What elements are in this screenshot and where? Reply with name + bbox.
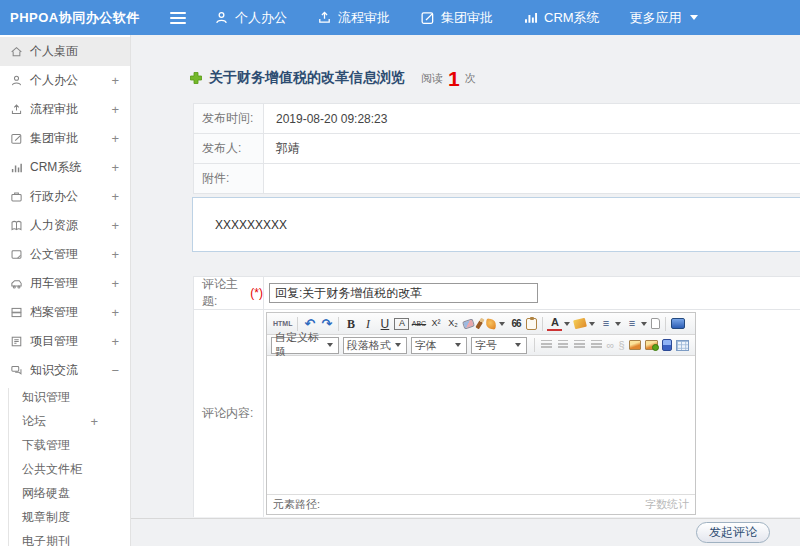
dropdown-caret-icon[interactable] xyxy=(641,322,647,326)
align-justify-icon[interactable] xyxy=(591,340,602,350)
unordered-list-icon[interactable]: ≡ xyxy=(624,316,639,332)
project-board-icon xyxy=(10,335,23,348)
align-left-icon[interactable] xyxy=(541,340,552,350)
subscript-button[interactable]: X₂ xyxy=(445,316,460,332)
attachment-label: 附件: xyxy=(194,164,264,193)
comment-subject-input[interactable] xyxy=(269,283,538,303)
collapse-icon[interactable]: − xyxy=(111,363,119,378)
sidebar-item-archive-mgmt[interactable]: 档案管理 + xyxy=(0,298,130,327)
expand-icon[interactable]: + xyxy=(111,189,119,204)
sidebar-subitem-rules-regulations[interactable]: 规章制度 xyxy=(0,505,130,529)
chat-bubbles-icon xyxy=(10,364,23,377)
underline-button[interactable]: U xyxy=(377,316,392,332)
sidebar-subitem-knowledge-mgmt[interactable]: 知识管理 xyxy=(0,385,130,409)
dropdown-caret-icon[interactable] xyxy=(589,322,595,326)
hamburger-menu-icon[interactable] xyxy=(170,12,186,24)
sidebar: 个人桌面 个人办公 + 流程审批 + 集团审批 + CRM系统 + 行政办公 + xyxy=(0,35,131,546)
sidebar-subitem-forum[interactable]: 论坛 + xyxy=(0,409,130,433)
comment-subject-row: 评论主题: (*) xyxy=(194,277,800,310)
comment-subject-label: 评论主题: (*) xyxy=(194,277,264,309)
insert-table-icon[interactable] xyxy=(676,340,689,351)
superscript-button[interactable]: X² xyxy=(428,316,443,332)
insert-snapshot-icon[interactable] xyxy=(645,340,658,350)
sidebar-item-personal-desktop[interactable]: 个人桌面 xyxy=(0,37,130,66)
element-path-label: 元素路径: xyxy=(273,497,320,512)
expand-icon[interactable]: + xyxy=(111,247,119,262)
sidebar-subitem-public-file-cabinet[interactable]: 公共文件柜 xyxy=(0,457,130,481)
sidebar-item-project-mgmt[interactable]: 项目管理 + xyxy=(0,327,130,356)
top-nav: 个人办公 流程审批 集团审批 CRM系统 更多应用 xyxy=(214,9,698,27)
nav-crm-system[interactable]: CRM系统 xyxy=(523,9,600,27)
phpoa-app: PHPOA协同办公软件 个人办公 流程审批 集团审批 CRM系统 更多应用 xyxy=(0,0,800,546)
sidebar-item-personal-office[interactable]: 个人办公 + xyxy=(0,66,130,95)
ordered-list-icon[interactable]: ≡ xyxy=(598,316,613,332)
align-right-icon[interactable] xyxy=(574,340,585,350)
sidebar-item-knowledge-exchange[interactable]: 知识交流 − xyxy=(0,356,130,385)
format-eraser-icon[interactable] xyxy=(462,318,475,329)
rich-text-editor: HTML ↶ ↷ B I U A ABC X² X₂ xyxy=(266,312,696,515)
sidebar-item-vehicle-mgmt[interactable]: 用车管理 + xyxy=(0,269,130,298)
highlight-color-icon[interactable] xyxy=(574,318,588,330)
sidebar-item-group-approval[interactable]: 集团审批 + xyxy=(0,124,130,153)
strikethrough-button[interactable]: ABC xyxy=(411,316,426,332)
expand-icon[interactable]: + xyxy=(111,102,119,117)
article-body-text: XXXXXXXXX xyxy=(215,218,287,232)
custom-title-select[interactable]: 自定义标题 xyxy=(271,337,339,354)
insert-link-icon[interactable]: ∞ xyxy=(607,339,615,351)
dropdown-caret-icon xyxy=(455,343,461,347)
insert-image-icon[interactable] xyxy=(629,340,642,350)
nav-personal-office[interactable]: 个人办公 xyxy=(214,9,287,27)
expand-icon[interactable]: + xyxy=(90,414,98,429)
edit-icon xyxy=(10,132,23,145)
editor-canvas[interactable] xyxy=(267,356,695,494)
align-center-icon[interactable] xyxy=(558,340,569,350)
expand-icon[interactable]: + xyxy=(111,131,119,146)
word-count-label[interactable]: 字数统计 xyxy=(645,497,689,512)
sidebar-item-document-mgmt[interactable]: 公文管理 + xyxy=(0,240,130,269)
sidebar-item-workflow-approval[interactable]: 流程审批 + xyxy=(0,95,130,124)
sidebar-item-admin-office[interactable]: 行政办公 + xyxy=(0,182,130,211)
expand-icon[interactable]: + xyxy=(111,160,119,175)
paint-format-icon[interactable] xyxy=(486,318,497,329)
fullscreen-icon[interactable] xyxy=(671,318,685,329)
comment-form: 评论主题: (*) 评论内容: HTML ↶ xyxy=(193,276,800,517)
nav-more-apps[interactable]: 更多应用 xyxy=(630,9,698,27)
paste-text-icon[interactable] xyxy=(526,318,537,330)
sidebar-subitem-network-drive[interactable]: 网络硬盘 xyxy=(0,481,130,505)
footer-bar: 发起评论 xyxy=(131,518,800,546)
title-row: 关于财务增值税的改革信息浏览 阅读 1 次 xyxy=(190,66,476,90)
expand-icon[interactable]: + xyxy=(111,334,119,349)
nav-workflow-approval[interactable]: 流程审批 xyxy=(317,9,390,27)
new-page-icon[interactable] xyxy=(651,318,660,329)
expand-icon[interactable]: + xyxy=(111,276,119,291)
autotypeset-button[interactable]: A xyxy=(394,318,409,330)
flow-share-icon xyxy=(317,10,332,25)
nav-group-approval[interactable]: 集团审批 xyxy=(420,9,493,27)
italic-button[interactable]: I xyxy=(360,316,375,332)
dropdown-caret-icon[interactable] xyxy=(615,322,621,326)
sidebar-subitem-download-mgmt[interactable]: 下载管理 xyxy=(0,433,130,457)
anchor-icon[interactable]: § xyxy=(618,339,624,351)
font-size-select[interactable]: 字号 xyxy=(471,337,527,354)
read-count: 1 xyxy=(448,68,460,89)
insert-media-icon[interactable] xyxy=(662,339,673,351)
sidebar-item-human-resources[interactable]: 人力资源 + xyxy=(0,211,130,240)
sidebar-subitem-e-journal[interactable]: 电子期刊 xyxy=(0,529,130,546)
expand-icon[interactable]: + xyxy=(111,73,119,88)
publish-time-value: 2019-08-20 09:28:23 xyxy=(264,104,800,133)
sidebar-item-crm-system[interactable]: CRM系统 + xyxy=(0,153,130,182)
dropdown-caret-icon[interactable] xyxy=(499,322,505,326)
bold-button[interactable]: B xyxy=(343,316,358,332)
paragraph-format-select[interactable]: 段落格式 xyxy=(343,337,407,354)
comment-content-cell: HTML ↶ ↷ B I U A ABC X² X₂ xyxy=(264,310,800,517)
submit-comment-button[interactable]: 发起评论 xyxy=(696,522,770,543)
font-family-select[interactable]: 字体 xyxy=(411,337,467,354)
expand-icon[interactable]: + xyxy=(111,305,119,320)
dropdown-caret-icon[interactable] xyxy=(564,322,570,326)
expand-icon[interactable]: + xyxy=(111,218,119,233)
blockquote-button[interactable]: 66 xyxy=(508,316,523,332)
font-color-button[interactable]: A xyxy=(547,317,562,331)
caret-down-icon xyxy=(690,15,698,20)
briefcase-icon xyxy=(10,190,23,203)
format-brush-icon[interactable] xyxy=(476,318,485,329)
